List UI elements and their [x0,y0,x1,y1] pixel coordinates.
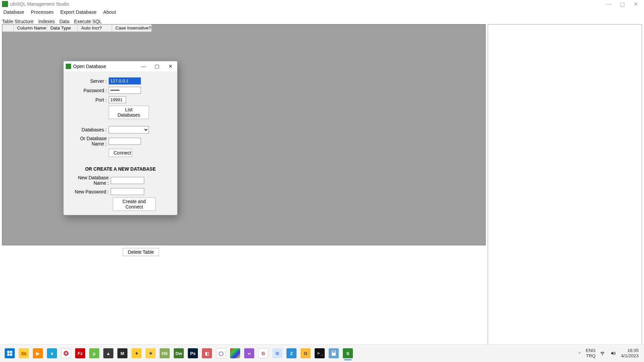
svg-rect-1 [10,351,12,353]
taskbar-grammarly[interactable]: G [258,348,268,358]
calculator-icon [331,350,337,356]
taskbar-ufosql[interactable]: S [343,348,353,358]
new-password-input[interactable] [111,188,144,195]
grid-row-handle [2,24,14,32]
or-dbname-label: Or Database Name : [69,136,109,146]
create-connect-button[interactable]: Create and Connect [113,197,156,211]
new-dbname-label: New Database Name : [69,175,111,186]
create-section-title: OR CREATE A NEW DATABASE [69,166,172,172]
server-input[interactable] [109,77,141,84]
tray-lang-2: TRQ [586,353,596,359]
tray-time: 16:35 [627,348,639,353]
taskbar-visual-studio[interactable]: ∞ [244,348,254,358]
tab-indexes[interactable]: Indexes [38,19,55,24]
wifi-icon[interactable] [599,350,606,356]
taskbar-terminal[interactable]: ＞_ [315,348,325,358]
databases-select[interactable] [109,126,149,133]
taskbar-app-4[interactable]: ✶ [146,348,156,358]
svg-point-9 [602,355,603,355]
menu-about[interactable]: About [103,9,116,15]
chrome-icon [63,350,69,356]
list-databases-button[interactable]: List Databases [109,106,149,119]
open-database-dialog: Open Database — ▢ ✕ Server : Password : … [63,61,177,215]
or-dbname-input[interactable] [109,138,141,145]
server-label: Server : [69,78,109,84]
menubar: Database Processes Export Database About [0,8,644,16]
taskbar-file-explorer[interactable] [19,348,29,358]
port-label: Port : [69,97,109,103]
taskbar-app-7[interactable]: ⚙ [272,348,282,358]
connect-button[interactable]: Connect [109,149,132,157]
svg-rect-8 [332,351,335,353]
tray-overflow-icon[interactable]: ＾ [578,351,582,356]
tray-date: 4/1/2023 [621,353,639,359]
port-input[interactable] [109,96,126,103]
dialog-title: Open Database [73,64,106,69]
dialog-maximize-button[interactable]: ▢ [150,63,164,69]
tray-language[interactable]: ENG TRQ [586,348,595,358]
tab-table-structure[interactable]: Table Structure [2,19,34,24]
app-title: ufoSQL Management Studio [10,1,69,7]
menu-database[interactable]: Database [3,9,24,15]
taskbar-app-3[interactable]: ✦ [131,348,142,358]
taskbar-outlook[interactable]: O [301,348,311,358]
svg-rect-3 [10,354,12,356]
menu-processes[interactable]: Processes [31,9,54,15]
svg-point-6 [65,353,67,354]
dialog-icon [66,64,71,69]
databases-label: Databases : [69,127,109,132]
taskbar-chrome[interactable] [61,348,71,358]
taskbar-app-6[interactable]: ◯ [216,348,226,358]
grid-col-datatype[interactable]: Data Type [47,24,78,32]
taskbar-dreamweaver[interactable]: Dw [174,348,184,358]
taskbar-edge[interactable]: e [47,348,57,358]
password-label: Password : [69,88,109,93]
close-button[interactable]: ✕ [629,1,642,7]
titlebar: ufoSQL Management Studio — ▢ ✕ [0,0,644,8]
dialog-titlebar: Open Database — ▢ ✕ [64,61,177,71]
taskbar: ▶ e Fz μ ▲ M ✦ ✶ HS Dw Ps ◧ ◯ ∞ G ⚙ Z O … [0,344,644,362]
new-password-label: New Password : [69,189,111,194]
taskbar-app-5[interactable]: ◧ [202,348,212,358]
grid-col-columnname[interactable]: Column Name [14,24,47,32]
tray-clock[interactable]: 16:35 4/1/2023 [621,348,639,358]
password-input[interactable] [109,87,141,94]
taskbar-hs[interactable]: HS [160,348,170,358]
taskbar-utorrent[interactable]: μ [89,348,99,358]
dialog-close-button[interactable]: ✕ [164,63,177,69]
delete-table-button[interactable]: Delete Table [123,248,159,256]
svg-rect-0 [7,351,10,353]
grid-col-autoincr[interactable]: Auto Incr? [78,24,112,32]
folder-icon [21,350,27,356]
svg-rect-2 [7,354,10,356]
volume-icon[interactable] [610,350,617,356]
window-controls: — ▢ ✕ [602,1,644,7]
taskbar-ms-apps[interactable] [230,348,240,358]
taskbar-zoom[interactable]: Z [286,348,297,358]
taskbar-filezilla[interactable]: Fz [75,348,85,358]
subtabs: Table Structure Indexes Data Execute SQL [0,16,644,24]
right-panel [488,24,642,361]
tab-execute-sql[interactable]: Execute SQL [74,19,102,24]
taskbar-media[interactable]: ▶ [33,348,43,358]
tray-lang-1: ENG [586,348,595,353]
windows-icon [7,350,13,356]
taskbar-app-2[interactable]: M [117,348,127,358]
grid-col-caseinsensitive[interactable]: Case Insensitive? [112,24,152,32]
taskbar-photoshop[interactable]: Ps [188,348,198,358]
tab-data[interactable]: Data [59,19,69,24]
taskbar-calculator[interactable] [329,348,339,358]
minimize-button[interactable]: — [602,1,615,7]
menu-export-database[interactable]: Export Database [60,9,97,15]
app-icon [2,1,8,7]
system-tray: ＾ ENG TRQ 16:35 4/1/2023 [578,348,644,358]
maximize-button[interactable]: ▢ [616,1,629,7]
new-dbname-input[interactable] [111,177,144,184]
dialog-minimize-button[interactable]: — [137,63,150,69]
taskbar-app-1[interactable]: ▲ [103,348,113,358]
start-button[interactable] [5,348,15,358]
grid-header: Column Name Data Type Auto Incr? Case In… [2,24,152,32]
